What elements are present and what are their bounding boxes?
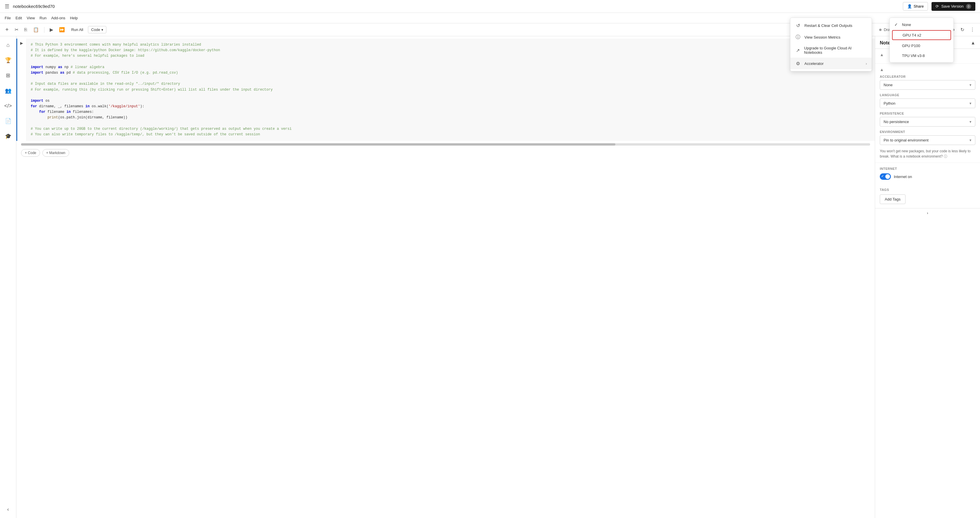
code-line: [31, 121, 870, 126]
sidebar-code-icon[interactable]: </>: [3, 100, 13, 111]
paste-button[interactable]: 📋: [31, 26, 41, 33]
code-line: for dirname, _, filenames in os.walk('/k…: [31, 104, 870, 109]
code-cell: ▶ # This Python 3 environment comes with…: [16, 38, 875, 141]
chevron-right-icon: ›: [927, 211, 928, 215]
add-markdown-cell-button[interactable]: + Markdown: [42, 149, 69, 157]
sidebar-learn-icon[interactable]: 🎓: [3, 131, 13, 142]
accelerator-field: ACCELERATOR None ▾: [880, 75, 975, 90]
menu-view[interactable]: View: [27, 14, 35, 21]
language-label: LANGUAGE: [880, 93, 975, 97]
code-line: # Input data files are available in the …: [31, 81, 870, 87]
view-session-metrics-menu-item[interactable]: ⓘ View Session Metrics: [791, 31, 872, 43]
sidebar-competition-icon[interactable]: 🏆: [3, 55, 13, 65]
code-type-selector[interactable]: Code ▾: [88, 26, 107, 33]
code-line: [31, 92, 870, 98]
accelerator-gpu-t4-option[interactable]: ✓ GPU T4 x2: [892, 30, 951, 40]
language-chevron-icon: ▾: [969, 101, 972, 105]
left-sidebar: ⌂ 🏆 ⊞ 👥 </> 📄 🎓 ‹: [0, 36, 16, 518]
language-select[interactable]: Python ▾: [880, 99, 975, 108]
history-icon: ↺: [795, 22, 801, 29]
persistence-select[interactable]: No persistence ▾: [880, 117, 975, 127]
accelerator-chevron-icon: ▾: [969, 83, 972, 87]
add-code-cell-button[interactable]: + Code: [21, 149, 40, 157]
notebook-area: ▶ # This Python 3 environment comes with…: [16, 36, 875, 518]
session-collapse-button[interactable]: ▲: [880, 52, 884, 57]
notebook-title: notebookec69c9ed70: [13, 4, 899, 9]
settings-section: ▲ ACCELERATOR None ▾ LANGUAGE Python ▾: [875, 64, 980, 163]
copy-button[interactable]: ⎘: [22, 26, 29, 33]
chevron-down-icon: ▾: [102, 28, 103, 32]
code-line: # For example, here's several helpful pa…: [31, 53, 870, 59]
sidebar-notebook-icon[interactable]: 📄: [3, 116, 13, 126]
internet-section: INTERNET ✓ Internet on: [875, 163, 980, 184]
submenu-chevron-icon: ›: [866, 61, 867, 66]
refresh-button[interactable]: ↻: [959, 26, 966, 33]
environment-select[interactable]: Pin to original environment ▾: [880, 135, 975, 145]
code-line: [31, 59, 870, 65]
scrollbar-thumb: [21, 143, 615, 145]
session-dot: [879, 29, 881, 31]
run-all-button[interactable]: Run All: [69, 26, 86, 33]
toggle-check-icon: ✓: [881, 175, 884, 178]
internet-toggle[interactable]: ✓: [880, 173, 891, 180]
internet-toggle-row: ✓ Internet on: [880, 173, 975, 180]
cell-code-content[interactable]: # This Python 3 environment comes with m…: [26, 38, 875, 141]
environment-help-text: You won't get new packages, but your cod…: [880, 148, 975, 159]
code-line: import pandas as pd # data processing, C…: [31, 70, 870, 76]
code-line: # For example, running this (by clicking…: [31, 87, 870, 92]
check-icon: ✓: [894, 22, 899, 27]
settings-collapse-button[interactable]: ▲: [880, 67, 884, 72]
cell-run-button[interactable]: ▶: [17, 38, 26, 141]
version-count-badge: 0: [966, 4, 971, 9]
accelerator-none-option[interactable]: ✓ None: [890, 19, 953, 30]
sidebar-home-icon[interactable]: ⌂: [3, 40, 13, 50]
code-line: import os: [31, 98, 870, 104]
add-tags-button[interactable]: Add Tags: [880, 194, 905, 204]
code-line: print(os.path.join(dirname, filename)): [31, 115, 870, 120]
panel-toggle-button[interactable]: ▲: [970, 40, 975, 46]
share-button[interactable]: 👤 Share: [903, 2, 928, 11]
tags-section: TAGS Add Tags: [875, 184, 980, 208]
cell-add-area: + Code + Markdown: [16, 147, 875, 159]
run-cell-button[interactable]: ▶: [48, 26, 55, 33]
environment-chevron-icon: ▾: [969, 138, 972, 142]
save-version-button[interactable]: ⟳ Save Version 0: [932, 2, 975, 11]
persistence-label: PERSISTENCE: [880, 112, 975, 115]
restart-clear-menu-item[interactable]: ↺ Restart & Clear Cell Outputs: [791, 19, 872, 31]
person-icon: 👤: [907, 4, 912, 8]
code-line: # You can also write temporary files to …: [31, 132, 870, 137]
menu-addons[interactable]: Add-ons: [51, 14, 65, 21]
menu-help[interactable]: Help: [70, 14, 78, 21]
menu-run[interactable]: Run: [40, 14, 46, 21]
persistence-field: PERSISTENCE No persistence ▾: [880, 112, 975, 127]
more-options-button[interactable]: ⋮: [968, 26, 977, 33]
accelerator-submenu: ✓ None ✓ GPU T4 x2 ✓ GPU P100 ✓ TPU VM v…: [889, 18, 954, 62]
add-cell-button[interactable]: +: [3, 25, 11, 34]
accelerator-gpu-p100-option[interactable]: ✓ GPU P100: [890, 41, 953, 51]
accelerator-menu-item[interactable]: ⚙ Accelerator ›: [791, 57, 872, 69]
help-question-icon: ⓘ: [944, 155, 947, 158]
menu-edit[interactable]: Edit: [16, 14, 22, 21]
settings-section-header: ▲: [880, 67, 975, 72]
toggle-thumb: [885, 174, 890, 179]
persistence-chevron-icon: ▾: [969, 120, 972, 124]
hamburger-button[interactable]: ☰: [5, 3, 10, 10]
panel-bottom-arrow[interactable]: ›: [875, 208, 980, 217]
code-line: for filename in filenames:: [31, 109, 870, 115]
sidebar-table-icon[interactable]: ⊞: [3, 70, 13, 81]
upgrade-notebooks-menu-item[interactable]: ↗ Upgrade to Google Cloud AI Notebooks: [791, 43, 872, 57]
sidebar-collapse-icon[interactable]: ‹: [3, 504, 13, 515]
run-all-cells-button[interactable]: ⏩: [57, 26, 67, 33]
info-circle-icon: ⓘ: [795, 34, 801, 40]
top-bar: ☰ notebookec69c9ed70 👤 Share ⟳ Save Vers…: [0, 0, 980, 13]
menu-file[interactable]: File: [5, 14, 11, 21]
cell-scrollbar[interactable]: [21, 143, 870, 145]
save-icon: ⟳: [935, 4, 939, 8]
code-line: # This Python 3 environment comes with m…: [31, 42, 870, 48]
accelerator-select[interactable]: None ▾: [880, 80, 975, 90]
cut-button[interactable]: ✂: [13, 26, 20, 33]
language-field: LANGUAGE Python ▾: [880, 93, 975, 108]
sidebar-community-icon[interactable]: 👥: [3, 85, 13, 96]
code-line: [31, 76, 870, 81]
accelerator-tpu-option[interactable]: ✓ TPU VM v3-8: [890, 51, 953, 61]
